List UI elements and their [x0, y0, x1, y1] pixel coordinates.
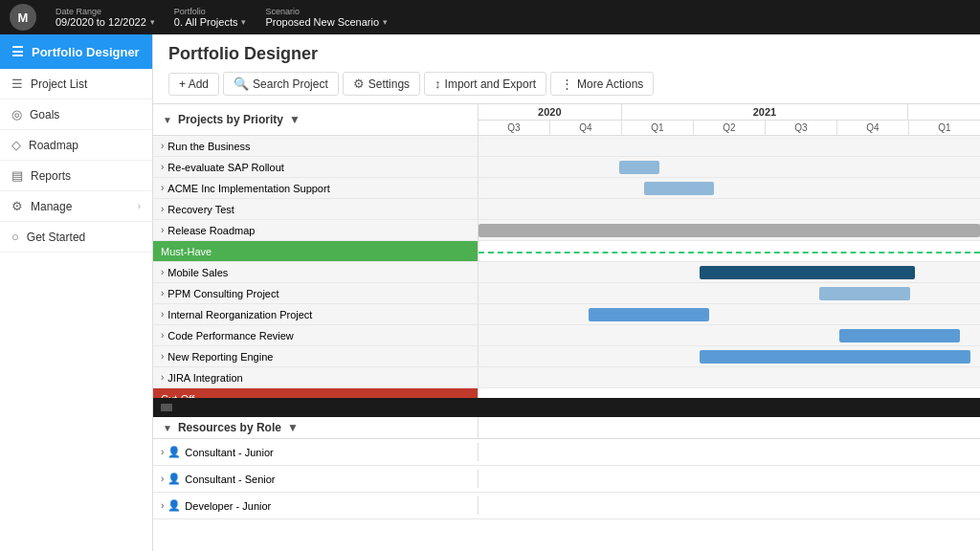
sidebar-item-label: Roadmap [29, 139, 78, 152]
sidebar-item-manage[interactable]: ⚙ Manage › [0, 191, 152, 222]
scenario-section[interactable]: Scenario Proposed New Scenario ▾ [265, 7, 388, 28]
list-icon: ☰ [11, 77, 23, 91]
timeline-cell [479, 367, 980, 387]
gantt-bar [839, 329, 960, 342]
project-name-cell[interactable]: › Re-evaluate SAP Rollout [153, 157, 479, 177]
collapse-icon[interactable]: ▼ [163, 115, 172, 125]
sidebar-item-goals[interactable]: ◎ Goals [0, 99, 152, 130]
sidebar-item-reports[interactable]: ▤ Reports [0, 161, 152, 191]
quarter-row: Q3 Q4 Q1 Q2 Q3 Q4 Q1 [479, 121, 980, 135]
date-range-section[interactable]: Date Range 09/2020 to 12/2022 ▾ [56, 7, 155, 28]
table-row: › Recovery Test [153, 199, 980, 220]
sidebar-item-label: Goals [30, 108, 59, 121]
timeline-cell [479, 304, 980, 324]
resources-name-col-header: ▼ Resources by Role ▼ [153, 417, 479, 438]
person-icon: 👤 [167, 446, 181, 458]
date-range-value[interactable]: 09/2020 to 12/2022 ▾ [56, 16, 155, 28]
project-name-cell[interactable]: › Internal Reorganization Project [153, 304, 479, 324]
cutoff-label[interactable]: Cut-Off [153, 388, 479, 398]
portfolio-value[interactable]: 0. All Projects ▾ [174, 16, 247, 28]
goals-icon: ◎ [11, 107, 22, 121]
table-row: › Code Performance Review [153, 325, 980, 346]
manage-icon: ⚙ [11, 199, 23, 213]
top-bar: M Date Range 09/2020 to 12/2022 ▾ Portfo… [0, 0, 980, 34]
project-name-cell[interactable]: › JIRA Integration [153, 367, 479, 387]
project-name-cell[interactable]: › Code Performance Review [153, 325, 479, 345]
content-area: Portfolio Designer + Add 🔍 Search Projec… [153, 34, 980, 551]
sidebar-item-roadmap[interactable]: ◇ Roadmap [0, 130, 152, 161]
resources-section-label: Resources by Role [178, 421, 281, 434]
more-actions-button[interactable]: ⋮ More Actions [550, 72, 654, 96]
scenario-label: Scenario [265, 7, 388, 16]
sidebar-header[interactable]: ☰ Portfolio Designer [0, 34, 152, 69]
project-name-cell[interactable]: › ACME Inc Implementation Support [153, 178, 479, 198]
settings-button[interactable]: ⚙ Settings [343, 72, 420, 96]
table-row: › New Reporting Engine [153, 346, 980, 367]
list-item: › 👤 Consultant - Junior [153, 439, 980, 466]
resources-collapse-icon[interactable]: ▼ [163, 423, 172, 433]
app-logo: M [10, 4, 36, 31]
gantt-bar [619, 161, 659, 174]
project-name-cell[interactable]: › Release Roadmap [153, 220, 479, 240]
date-range-caret: ▾ [150, 17, 155, 27]
menu-icon: ☰ [11, 44, 24, 59]
timeline-cell [479, 157, 980, 177]
manage-arrow-icon: › [138, 201, 141, 211]
filter-icon[interactable]: ▼ [289, 113, 301, 126]
timeline-cell [479, 346, 980, 366]
must-have-label[interactable]: Must-Have [153, 241, 479, 261]
q-q3-2020: Q3 [479, 121, 550, 135]
portfolio-section[interactable]: Portfolio 0. All Projects ▾ [174, 7, 247, 28]
gantt-bar [700, 350, 970, 364]
gantt-bar [819, 287, 909, 300]
more-actions-icon: ⋮ [561, 77, 573, 91]
sidebar-item-label: Get Started [27, 231, 85, 244]
sidebar-item-get-started[interactable]: ○ Get Started [0, 222, 152, 253]
resources-filter-icon[interactable]: ▼ [287, 421, 299, 434]
project-name-cell[interactable]: › Run the Business [153, 136, 479, 156]
settings-icon: ⚙ [353, 77, 365, 91]
project-name-cell[interactable]: › Mobile Sales [153, 262, 479, 282]
timeline-header: 2020 2021 Q3 Q4 Q1 Q2 Q3 Q4 Q1 [479, 104, 980, 135]
table-row-cutoff: Cut-Off [153, 388, 980, 398]
page-title: Portfolio Designer [168, 44, 965, 64]
resources-timeline-header [479, 417, 980, 438]
get-started-icon: ○ [11, 230, 19, 244]
year-2021: 2021 [622, 104, 908, 120]
sidebar-item-project-list[interactable]: ☰ Project List [0, 69, 152, 99]
person-icon: 👤 [167, 473, 181, 485]
table-row-must-have: Must-Have [153, 241, 980, 262]
scenario-value[interactable]: Proposed New Scenario ▾ [265, 16, 388, 28]
timeline-cell [479, 178, 980, 198]
sidebar-item-label: Manage [31, 200, 72, 213]
add-button[interactable]: + Add [168, 73, 219, 96]
gantt-name-col-header: ▼ Projects by Priority ▼ [153, 104, 479, 135]
portfolio-label: Portfolio [174, 7, 247, 16]
timeline-cell [479, 199, 980, 219]
person-icon: 👤 [167, 499, 181, 512]
gantt-bar [700, 266, 915, 279]
project-name-cell[interactable]: › PPM Consulting Project [153, 283, 479, 303]
list-item: › 👤 Developer - Junior [153, 493, 980, 519]
toolbar: + Add 🔍 Search Project ⚙ Settings ↕ Impo… [168, 72, 965, 103]
portfolio-caret: ▾ [241, 17, 246, 27]
q-q1-2021: Q1 [622, 121, 694, 135]
search-project-button[interactable]: 🔍 Search Project [223, 72, 339, 96]
sidebar-item-label: Reports [31, 169, 71, 183]
date-range-label: Date Range [56, 7, 155, 16]
year-2020: 2020 [479, 104, 622, 120]
project-rows: › Run the Business › Re-evaluate SAP Rol… [153, 136, 980, 398]
section-divider [153, 398, 980, 417]
table-row: › JIRA Integration [153, 367, 980, 388]
project-name-cell[interactable]: › New Reporting Engine [153, 346, 479, 366]
import-export-button[interactable]: ↕ Import and Export [424, 72, 546, 96]
sidebar-header-label: Portfolio Designer [32, 45, 140, 59]
resource-name-cell[interactable]: › 👤 Consultant - Junior [153, 443, 479, 461]
timeline-cell [479, 325, 980, 345]
resource-name-cell[interactable]: › 👤 Developer - Junior [153, 496, 479, 515]
q-q4-2020: Q4 [550, 121, 622, 135]
project-name-cell[interactable]: › Recovery Test [153, 199, 479, 219]
resources-header: ▼ Resources by Role ▼ [153, 417, 980, 439]
resource-name-cell[interactable]: › 👤 Consultant - Senior [153, 470, 479, 488]
timeline-cell [479, 262, 980, 282]
